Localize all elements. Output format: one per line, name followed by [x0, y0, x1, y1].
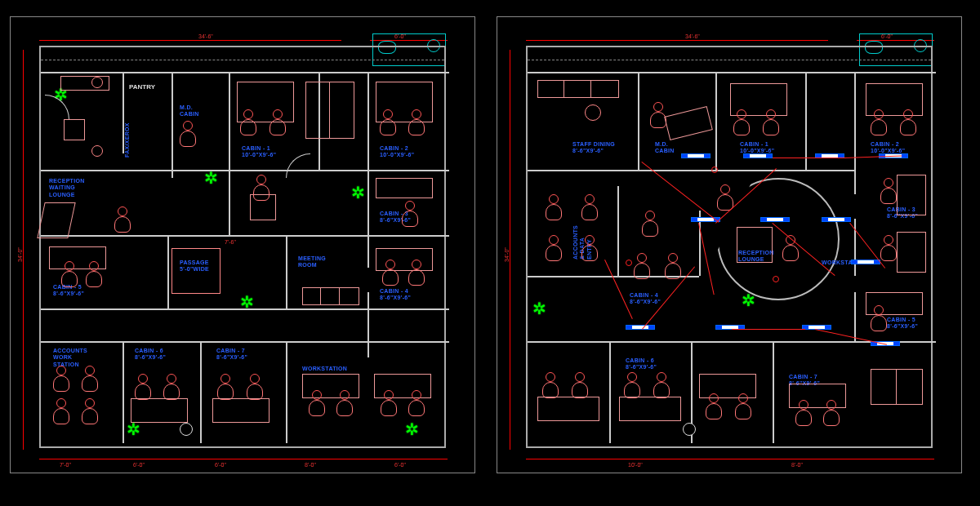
person-icon	[336, 390, 351, 416]
person-icon	[546, 235, 560, 261]
cabinet	[871, 369, 923, 405]
wall	[773, 341, 774, 443]
dim-line	[23, 50, 24, 450]
desk	[619, 397, 681, 421]
person-icon	[546, 194, 560, 220]
switch-icon	[773, 276, 779, 282]
cad-drawing-canvas[interactable]: 34'-6" 6'-0" 34'-0"	[0, 0, 980, 506]
light-fixture-icon	[822, 217, 851, 222]
wall	[200, 341, 202, 443]
person-icon	[572, 372, 586, 398]
desk	[897, 175, 926, 215]
person-icon	[408, 109, 423, 135]
wall	[229, 170, 449, 171]
curved-wall	[717, 178, 840, 300]
door-symbol	[180, 423, 193, 436]
desk	[131, 398, 188, 423]
person-icon	[86, 261, 100, 287]
wall	[286, 235, 287, 308]
floorplan-left[interactable]: 34'-6" 6'-0" 34'-0"	[10, 16, 475, 473]
person-icon	[782, 235, 797, 261]
wall	[854, 72, 856, 194]
wall	[715, 72, 717, 170]
dim: 7'-0"	[60, 462, 71, 468]
person-icon	[381, 390, 395, 416]
person-icon	[270, 109, 284, 135]
person-icon	[402, 201, 416, 227]
dim-line	[510, 50, 510, 450]
person-icon	[763, 109, 777, 135]
person-icon	[380, 109, 394, 135]
light-fixture-icon	[743, 153, 773, 158]
dim: 6'-0"	[215, 462, 226, 468]
dim-line	[526, 459, 934, 459]
person-icon	[82, 398, 96, 424]
person-icon	[135, 374, 149, 400]
md-label: M.D. CABIN	[180, 104, 199, 118]
table	[64, 119, 85, 140]
dim: 10'-0"	[628, 462, 643, 468]
dim-left: 34'-0"	[504, 247, 510, 262]
wall	[172, 72, 173, 178]
table	[172, 248, 220, 294]
meeting-label: MEETING ROOM	[298, 255, 326, 269]
person-icon	[581, 194, 596, 220]
person-icon	[53, 398, 68, 424]
dim-top: 34'-6"	[685, 33, 700, 39]
switch-icon	[626, 260, 632, 266]
wall	[41, 341, 449, 343]
person-icon	[653, 372, 668, 398]
cabin2-label: CABIN - 2 10'-0"X9'-6"	[380, 145, 414, 159]
cabin6-label: CABIN - 6 8'-6"X9'-6"	[626, 357, 657, 371]
person-icon	[240, 109, 255, 135]
person-icon	[795, 400, 810, 426]
wall	[368, 292, 369, 357]
cabin4-label: CABIN - 4 8'-6"X9'-6"	[630, 292, 661, 306]
person-icon	[665, 253, 679, 279]
reception-desk	[37, 202, 75, 238]
hatch	[41, 60, 444, 61]
building-outline: STAFF DINING 8'-6"X9'-6" M.D. CABIN CABI…	[526, 46, 933, 448]
desk	[664, 106, 713, 140]
door-arc	[286, 153, 310, 178]
wall	[41, 170, 229, 171]
plant-icon: ✲	[127, 421, 140, 437]
person-icon	[650, 102, 665, 128]
floorplan-right[interactable]: 34'-6" 6'-0" 34'-0"	[497, 16, 962, 473]
person-icon	[880, 178, 895, 204]
person-icon	[253, 175, 268, 201]
plant-icon: ✲	[405, 421, 419, 437]
person-icon	[871, 305, 885, 331]
person-icon	[642, 211, 657, 237]
cabin6-label: CABIN - 6 8'-6"X9'-6"	[135, 348, 166, 362]
person-icon	[880, 235, 895, 261]
wall	[41, 235, 449, 237]
wiring	[773, 158, 846, 158]
wiring	[732, 329, 805, 330]
person-icon	[900, 109, 915, 135]
wall	[617, 186, 619, 276]
cabinet	[305, 82, 354, 139]
person-icon	[82, 366, 96, 392]
wall	[528, 72, 936, 73]
dim: 6'-0"	[394, 462, 406, 468]
wall	[41, 72, 449, 73]
wall	[609, 341, 611, 443]
light-fixture-icon	[681, 153, 710, 158]
switch-icon	[711, 166, 718, 173]
person-icon	[247, 374, 261, 400]
fax-label: FAX/XEROX	[124, 122, 131, 158]
round-table	[585, 104, 601, 121]
person-icon	[717, 184, 732, 211]
person-icon	[408, 260, 423, 286]
person-icon	[823, 400, 838, 426]
desk	[897, 232, 926, 273]
wall	[286, 341, 287, 443]
hatch	[528, 60, 931, 61]
person-icon	[733, 109, 748, 135]
wall	[167, 235, 169, 308]
wall	[528, 170, 854, 171]
wall	[805, 72, 807, 170]
sink-icon	[91, 145, 103, 157]
light-fixture-icon	[626, 325, 655, 330]
